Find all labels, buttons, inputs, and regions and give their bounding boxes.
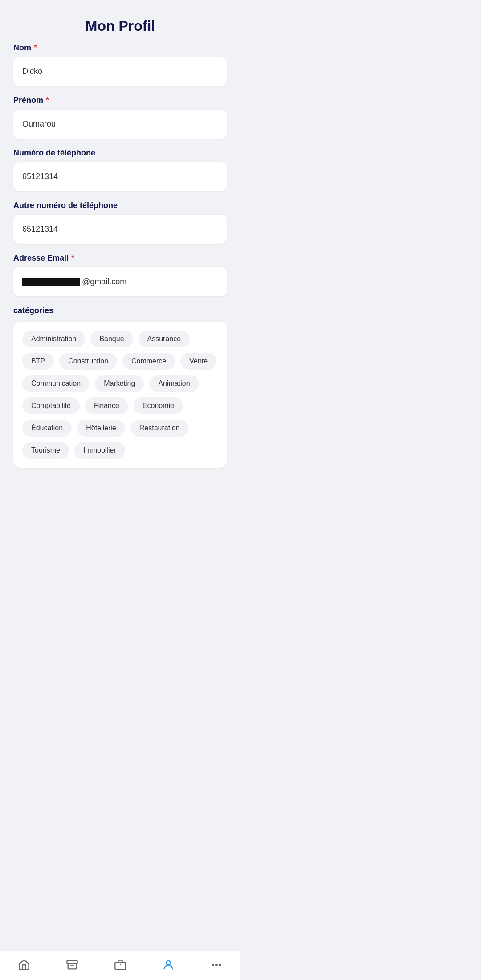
tag-item[interactable]: Vente — [180, 353, 216, 370]
tag-item[interactable]: Assurance — [139, 331, 190, 347]
tag-item[interactable]: Administration — [22, 331, 85, 347]
prenom-input[interactable] — [13, 110, 227, 139]
phone2-field-group: Autre numéro de téléphone — [13, 201, 227, 244]
tag-item[interactable]: Banque — [90, 331, 133, 347]
tag-item[interactable]: BTP — [22, 353, 54, 370]
email-suffix: @gmail.com — [82, 277, 126, 286]
prenom-field-group: Prénom * — [13, 96, 227, 139]
email-label: Adresse Email * — [13, 253, 227, 263]
categories-label: catégories — [13, 306, 227, 315]
phone-label: Numéro de téléphone — [13, 148, 227, 158]
tag-item[interactable]: Finance — [85, 397, 128, 414]
page-title: Mon Profil — [0, 0, 240, 43]
tag-item[interactable]: Tourisme — [22, 442, 69, 459]
tag-item[interactable]: Immobilier — [74, 442, 125, 459]
tag-item[interactable]: Éducation — [22, 420, 72, 437]
email-required: * — [71, 253, 74, 263]
tag-item[interactable]: Comptabilité — [22, 397, 80, 414]
categories-section: catégories AdministrationBanqueAssurance… — [13, 306, 227, 468]
email-redacted — [22, 278, 80, 286]
categories-box: AdministrationBanqueAssuranceBTPConstruc… — [13, 322, 227, 468]
tag-item[interactable]: Restauration — [130, 420, 189, 437]
email-field-group: Adresse Email * @gmail.com — [13, 253, 227, 296]
tag-item[interactable]: Hôtellerie — [77, 420, 125, 437]
tag-item[interactable]: Marketing — [95, 375, 144, 392]
tag-item[interactable]: Construction — [59, 353, 117, 370]
phone-input[interactable] — [13, 162, 227, 191]
phone2-input[interactable] — [13, 215, 227, 244]
tag-item[interactable]: Commerce — [122, 353, 175, 370]
phone-field-group: Numéro de téléphone — [13, 148, 227, 191]
email-input-wrapper[interactable]: @gmail.com — [13, 267, 227, 296]
nom-field-group: Nom * — [13, 43, 227, 86]
tag-item[interactable]: Economie — [134, 397, 183, 414]
phone2-label: Autre numéro de téléphone — [13, 201, 227, 210]
prenom-required: * — [46, 96, 49, 105]
tag-item[interactable]: Communication — [22, 375, 90, 392]
prenom-label: Prénom * — [13, 96, 227, 105]
tags-container: AdministrationBanqueAssuranceBTPConstruc… — [22, 331, 218, 459]
nom-label: Nom * — [13, 43, 227, 53]
tag-item[interactable]: Animation — [149, 375, 199, 392]
nom-required: * — [34, 43, 37, 53]
nom-input[interactable] — [13, 57, 227, 86]
profile-form: Nom * Prénom * Numéro de téléphone Autre… — [0, 43, 240, 468]
